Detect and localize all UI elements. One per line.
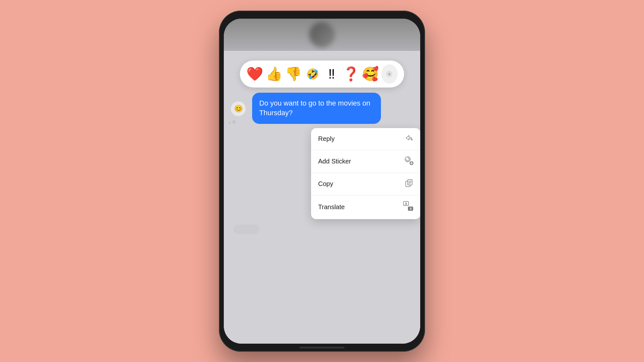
reaction-thumbs-up[interactable]: 👍 bbox=[266, 64, 282, 84]
screen-top bbox=[224, 19, 420, 51]
svg-text:文: 文 bbox=[409, 207, 412, 210]
svg-text:A: A bbox=[405, 202, 407, 206]
reply-label: Reply bbox=[318, 135, 335, 143]
message-bubble: Do you want to go to the movies on Thurs… bbox=[252, 93, 381, 124]
phone-screen: ❤️ 👍 👎 🤣 ‼️ ❓ 🥰 + 😊 bbox=[224, 19, 420, 344]
home-indicator bbox=[299, 347, 345, 348]
svg-text:+: + bbox=[388, 71, 391, 77]
screen-content: ❤️ 👍 👎 🤣 ‼️ ❓ 🥰 + 😊 bbox=[224, 51, 420, 344]
menu-item-add-sticker[interactable]: Add Sticker bbox=[311, 150, 420, 173]
menu-item-reply[interactable]: Reply bbox=[311, 128, 420, 150]
reply-icon bbox=[405, 134, 413, 144]
reaction-indicator: 😊 bbox=[230, 101, 246, 117]
add-sticker-icon bbox=[404, 156, 413, 167]
reaction-more[interactable]: + bbox=[381, 64, 398, 84]
reaction-love-face[interactable]: 🥰 bbox=[362, 64, 379, 84]
bg-message bbox=[233, 225, 259, 234]
message-text: Do you want to go to the movies on Thurs… bbox=[259, 99, 370, 117]
menu-item-copy[interactable]: Copy bbox=[311, 173, 420, 195]
copy-icon bbox=[405, 179, 413, 189]
add-sticker-label: Add Sticker bbox=[318, 158, 351, 165]
menu-item-translate[interactable]: Translate A 文 bbox=[311, 195, 420, 219]
context-menu: Reply Add Sticker bbox=[311, 128, 420, 219]
reaction-bar: ❤️ 👍 👎 🤣 ‼️ ❓ 🥰 + bbox=[240, 60, 404, 88]
reaction-thumbs-down[interactable]: 👎 bbox=[285, 64, 302, 84]
translate-icon: A 文 bbox=[403, 201, 413, 213]
copy-label: Copy bbox=[318, 180, 333, 188]
reaction-question[interactable]: ❓ bbox=[343, 64, 359, 84]
reaction-heart[interactable]: ❤️ bbox=[246, 64, 263, 84]
reaction-haha[interactable]: 🤣 bbox=[304, 64, 321, 84]
avatar-blur bbox=[309, 22, 335, 48]
translate-label: Translate bbox=[318, 203, 345, 211]
message-area: 😊 Do you want to go to the movies on Thu… bbox=[224, 93, 420, 124]
phone-frame: ❤️ 👍 👎 🤣 ‼️ ❓ 🥰 + 😊 bbox=[219, 11, 425, 352]
reaction-emphasis[interactable]: ‼️ bbox=[323, 64, 340, 84]
